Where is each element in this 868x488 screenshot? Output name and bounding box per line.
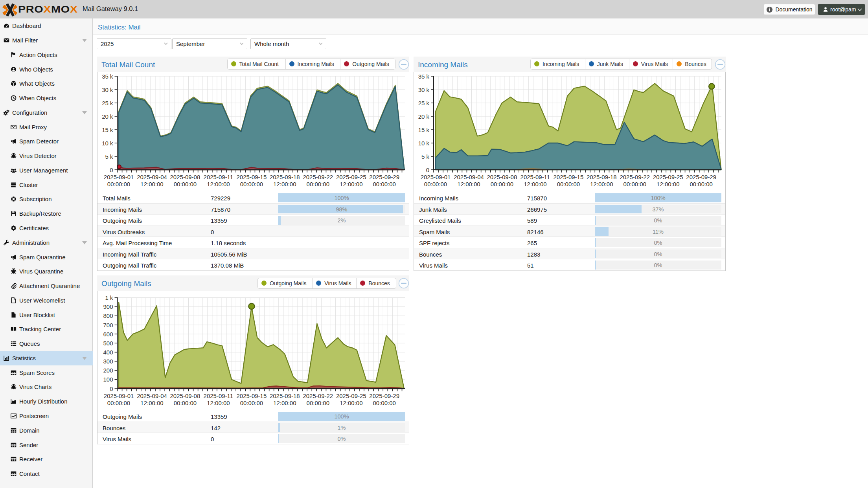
svg-text:2025-09-01: 2025-09-01	[421, 174, 451, 180]
svg-text:00:00:00: 00:00:00	[174, 400, 197, 406]
svg-text:2025-09-25: 2025-09-25	[336, 393, 366, 399]
svg-text:400: 400	[103, 349, 113, 356]
svg-text:2025-09-18: 2025-09-18	[270, 174, 300, 180]
svg-text:5 k: 5 k	[105, 153, 113, 160]
svg-text:00:00:00: 00:00:00	[424, 181, 447, 187]
svg-text:10 k: 10 k	[102, 140, 113, 147]
svg-text:2025-09-29: 2025-09-29	[369, 174, 399, 180]
svg-text:2025-09-01: 2025-09-01	[104, 174, 134, 180]
svg-text:500: 500	[103, 340, 113, 347]
svg-text:100: 100	[103, 376, 113, 383]
svg-text:12:00:00: 12:00:00	[340, 400, 362, 406]
svg-text:5 k: 5 k	[421, 153, 430, 160]
svg-text:12:00:00: 12:00:00	[273, 400, 296, 406]
svg-text:12:00:00: 12:00:00	[657, 181, 679, 187]
svg-text:20 k: 20 k	[102, 113, 113, 120]
svg-text:0: 0	[110, 385, 113, 392]
svg-text:00:00:00: 00:00:00	[491, 181, 513, 187]
svg-text:2025-09-11: 2025-09-11	[204, 393, 234, 399]
svg-text:12:00:00: 12:00:00	[207, 400, 230, 406]
svg-text:2025-09-08: 2025-09-08	[170, 393, 200, 399]
svg-text:00:00:00: 00:00:00	[373, 400, 396, 406]
svg-text:00:00:00: 00:00:00	[107, 181, 130, 187]
svg-text:2025-09-22: 2025-09-22	[620, 174, 650, 180]
svg-text:0: 0	[110, 167, 113, 173]
svg-text:0: 0	[426, 167, 429, 173]
svg-text:00:00:00: 00:00:00	[307, 400, 329, 406]
svg-text:2025-09-22: 2025-09-22	[303, 174, 333, 180]
svg-text:2025-09-22: 2025-09-22	[303, 393, 333, 399]
svg-text:00:00:00: 00:00:00	[240, 400, 263, 406]
svg-text:00:00:00: 00:00:00	[373, 181, 396, 187]
svg-text:2025-09-18: 2025-09-18	[587, 174, 617, 180]
svg-text:2025-09-11: 2025-09-11	[520, 174, 550, 180]
svg-text:2025-09-29: 2025-09-29	[686, 174, 716, 180]
svg-text:2025-09-08: 2025-09-08	[170, 174, 200, 180]
svg-text:1 k: 1 k	[105, 294, 113, 301]
svg-text:2025-09-04: 2025-09-04	[137, 174, 167, 180]
svg-text:700: 700	[103, 322, 113, 328]
svg-text:00:00:00: 00:00:00	[307, 181, 329, 187]
svg-text:2025-09-25: 2025-09-25	[653, 174, 683, 180]
svg-text:600: 600	[103, 331, 113, 338]
svg-text:00:00:00: 00:00:00	[107, 400, 130, 406]
svg-text:2025-09-01: 2025-09-01	[104, 393, 134, 399]
svg-text:12:00:00: 12:00:00	[524, 181, 546, 187]
svg-text:2025-09-11: 2025-09-11	[204, 174, 234, 180]
svg-text:2025-09-15: 2025-09-15	[237, 393, 267, 399]
svg-text:2025-09-29: 2025-09-29	[369, 393, 399, 399]
svg-text:00:00:00: 00:00:00	[623, 181, 646, 187]
svg-text:2025-09-25: 2025-09-25	[336, 174, 366, 180]
svg-text:15 k: 15 k	[418, 127, 430, 133]
svg-text:300: 300	[103, 358, 113, 365]
svg-text:2025-09-15: 2025-09-15	[237, 174, 267, 180]
svg-text:12:00:00: 12:00:00	[590, 181, 613, 187]
svg-text:2025-09-15: 2025-09-15	[554, 174, 584, 180]
svg-text:200: 200	[103, 367, 113, 374]
svg-text:20 k: 20 k	[418, 113, 430, 120]
svg-text:2025-09-04: 2025-09-04	[454, 174, 484, 180]
svg-text:00:00:00: 00:00:00	[557, 181, 580, 187]
svg-text:00:00:00: 00:00:00	[690, 181, 713, 187]
svg-text:2025-09-08: 2025-09-08	[487, 174, 517, 180]
svg-text:12:00:00: 12:00:00	[207, 181, 230, 187]
svg-text:00:00:00: 00:00:00	[240, 181, 263, 187]
svg-text:35 k: 35 k	[102, 73, 113, 80]
svg-text:800: 800	[103, 312, 113, 319]
svg-text:2025-09-18: 2025-09-18	[270, 393, 300, 399]
svg-text:30 k: 30 k	[102, 86, 113, 93]
svg-text:00:00:00: 00:00:00	[174, 181, 197, 187]
svg-text:10 k: 10 k	[418, 140, 430, 147]
svg-text:15 k: 15 k	[102, 127, 113, 133]
svg-text:25 k: 25 k	[418, 100, 430, 106]
svg-text:12:00:00: 12:00:00	[140, 181, 163, 187]
svg-text:900: 900	[103, 303, 113, 310]
svg-text:12:00:00: 12:00:00	[457, 181, 480, 187]
svg-text:12:00:00: 12:00:00	[140, 400, 163, 406]
svg-text:12:00:00: 12:00:00	[340, 181, 362, 187]
svg-text:2025-09-04: 2025-09-04	[137, 393, 167, 399]
svg-text:12:00:00: 12:00:00	[273, 181, 296, 187]
svg-text:25 k: 25 k	[102, 100, 113, 106]
svg-text:35 k: 35 k	[418, 73, 430, 80]
svg-text:30 k: 30 k	[418, 86, 430, 93]
